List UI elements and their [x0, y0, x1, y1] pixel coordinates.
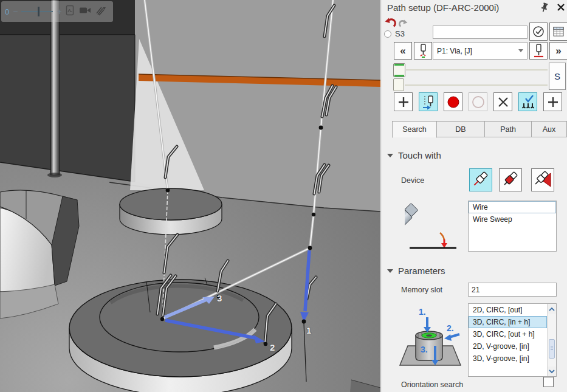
parameters-header-label: Parameters: [398, 266, 445, 276]
scrollbar[interactable]: [547, 304, 556, 376]
collapse-triangle-icon: [387, 154, 393, 157]
tab-path[interactable]: Path: [484, 121, 532, 137]
3d-viewport[interactable]: 1 2 3: [0, 0, 380, 392]
add-point-button[interactable]: [394, 92, 413, 111]
touch-sweep-button[interactable]: [531, 168, 554, 191]
parameters-header[interactable]: Parameters: [387, 266, 445, 276]
viewport-toolbar: 0 − +: [1, 1, 113, 22]
chevrons-left-icon: «: [400, 46, 405, 56]
step-3-label: 3.: [421, 345, 428, 354]
search-type-listbox: 2D, CIRC, [out] 3D, CIRC, [in + h] 3D, C…: [468, 303, 557, 377]
zoom-value: 0: [5, 7, 9, 16]
search-type-option[interactable]: 2D, V-groove, [in]: [469, 340, 547, 352]
statement-radio[interactable]: [384, 30, 391, 38]
check-points-button[interactable]: [518, 92, 537, 111]
path-setup-panel: Path setup (DF-ARC-2000i) S3 «: [380, 0, 567, 392]
search-type-option[interactable]: 3D, CIRC, [out + h]: [469, 328, 547, 340]
disc-workpiece: [120, 188, 222, 235]
slider-track-1[interactable]: [406, 69, 548, 70]
torch-move-button[interactable]: [419, 92, 438, 111]
torch-ground-button[interactable]: [529, 42, 548, 60]
panel-title: Path setup (DF-ARC-2000i): [387, 2, 499, 13]
search-type-option[interactable]: 3D, V-groove, [in]: [469, 352, 547, 365]
record-icon: [446, 95, 461, 109]
table-grid-icon: [551, 24, 566, 39]
s-button-label: S: [554, 71, 560, 81]
next-point-button[interactable]: »: [549, 42, 567, 60]
device-listbox: Wire Wire Sweep: [468, 201, 557, 252]
record-ghost-icon: [471, 95, 486, 109]
torch-illustration: [405, 203, 462, 252]
tab-aux[interactable]: Aux: [531, 121, 567, 137]
redo-icon[interactable]: [398, 18, 408, 30]
dark-cabinet: [0, 0, 135, 182]
approve-check-icon: [531, 24, 546, 39]
tab-search[interactable]: Search: [392, 121, 437, 138]
orientation-search-label: Oriontation search: [401, 380, 463, 389]
touch-nozzle-button[interactable]: [499, 168, 522, 191]
search-label-1: 1: [306, 325, 311, 335]
orientation-search-checkbox[interactable]: [543, 377, 554, 387]
slider-handle-1[interactable]: [393, 63, 405, 77]
search-type-option[interactable]: 2D, CIRC, [out]: [469, 304, 547, 316]
s-button[interactable]: S: [549, 63, 566, 90]
search-type-illustration: 1. 2. 3.: [389, 302, 469, 379]
record-button[interactable]: [444, 92, 462, 111]
table-grid-button[interactable]: [549, 22, 567, 41]
torch-move-icon: [421, 94, 436, 110]
torch-arc-button[interactable]: [414, 42, 432, 60]
tab-db[interactable]: DB: [436, 121, 485, 137]
point-dropdown-value: P1: Via, [J]: [437, 47, 472, 55]
point-dropdown[interactable]: P1: Via, [J]: [433, 42, 527, 60]
memory-slot-input[interactable]: [468, 283, 557, 297]
draw-mode-icon[interactable]: [95, 5, 106, 18]
chevron-down-icon: [518, 49, 523, 52]
application-window: 1 2 3 0 − + Path setup (DF-ARC-2000i): [0, 0, 567, 392]
device-option-wire-sweep[interactable]: Wire Sweep: [469, 213, 556, 225]
scroll-down-icon[interactable]: [548, 366, 556, 376]
record-ghost-button[interactable]: [469, 92, 487, 111]
pdf-export-icon[interactable]: [66, 5, 75, 18]
touch-wire-button[interactable]: [469, 168, 492, 191]
delete-button[interactable]: [493, 92, 512, 111]
memory-slot-label: Memory slot: [401, 286, 442, 294]
scrollbar-thumb[interactable]: [549, 339, 555, 359]
video-record-icon[interactable]: [79, 6, 91, 17]
add-path-button[interactable]: [543, 92, 562, 111]
zoom-in-button[interactable]: +: [57, 7, 61, 16]
search-type-option-selected[interactable]: 3D, CIRC, [in + h]: [469, 316, 547, 328]
add-icon: [397, 96, 410, 108]
delete-x-icon: [497, 96, 509, 108]
touch-sweep-icon: [534, 171, 552, 189]
zoom-out-button[interactable]: −: [13, 7, 18, 16]
touch-with-header-label: Touch with: [398, 150, 441, 160]
add-icon: [547, 96, 559, 108]
slider-track-2[interactable]: [405, 84, 548, 86]
touch-wire-icon: [472, 171, 490, 189]
touch-nozzle-icon: [501, 171, 520, 189]
close-icon[interactable]: [557, 3, 565, 14]
statement-input[interactable]: [433, 26, 527, 39]
step-1-label: 1.: [419, 307, 426, 317]
touch-with-header[interactable]: Touch with: [387, 150, 441, 160]
check-points-icon: [520, 94, 536, 110]
tab-bar: Search DB Path Aux: [392, 121, 567, 138]
search-label-2: 2: [270, 342, 275, 352]
statement-label: S3: [395, 29, 405, 38]
device-label: Device: [401, 176, 424, 185]
slider-handle-2[interactable]: [393, 78, 404, 91]
torch-arc-icon: [416, 43, 430, 58]
zoom-slider[interactable]: [21, 6, 53, 17]
chevrons-right-icon: »: [555, 46, 561, 56]
torch-ground-icon: [531, 43, 546, 58]
collapse-triangle-icon: [387, 269, 393, 273]
device-option-wire[interactable]: Wire: [469, 201, 556, 213]
step-2-label: 2.: [447, 323, 454, 333]
scroll-up-icon[interactable]: [548, 304, 556, 314]
prev-point-button[interactable]: «: [394, 42, 412, 60]
search-label-3: 3: [217, 293, 222, 303]
approve-check-button[interactable]: [529, 22, 548, 41]
pin-icon[interactable]: [540, 2, 549, 15]
undo-icon[interactable]: [385, 16, 396, 30]
